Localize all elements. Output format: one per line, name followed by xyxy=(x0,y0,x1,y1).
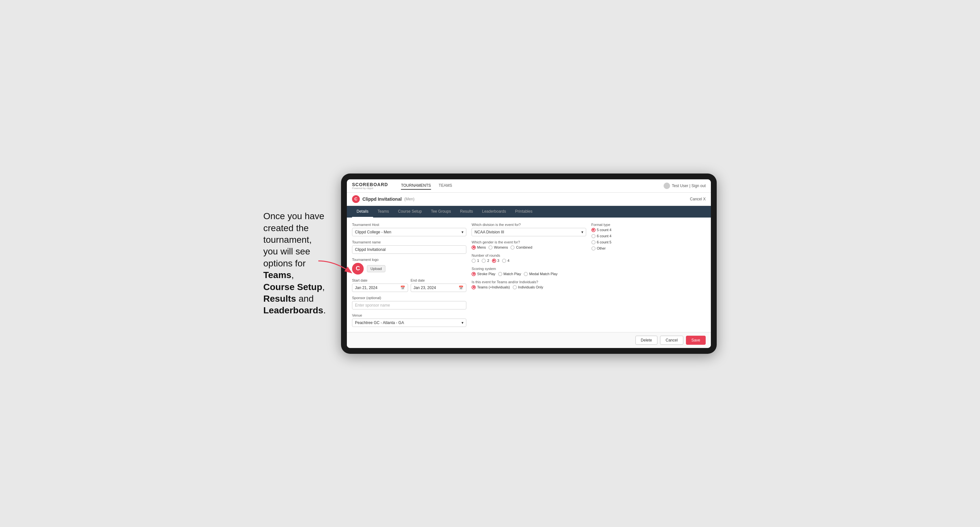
gender-label: Which gender is the event for? xyxy=(471,240,586,244)
nav-tournaments[interactable]: TOURNAMENTS xyxy=(401,182,431,190)
device-frame: SCOREBOARD Powered by clippd TOURNAMENTS… xyxy=(341,173,717,354)
scoring-field: Scoring system Stroke Play Match Play xyxy=(471,267,586,276)
format-other-radio[interactable] xyxy=(591,246,596,251)
end-date-input[interactable]: Jan 23, 2024 📅 xyxy=(410,284,467,292)
col-left: Tournament Host Clippd College - Men ▾ T… xyxy=(352,223,466,327)
format-type-field: Format type 5 count 4 6 count 4 xyxy=(591,223,706,251)
tab-teams[interactable]: Teams xyxy=(373,206,393,217)
division-field: Which division is the event for? NCAA Di… xyxy=(471,223,586,236)
tournament-logo-label: Tournament logo xyxy=(352,258,466,262)
rounds-field: Number of rounds 1 2 xyxy=(471,254,586,263)
format-other[interactable]: Other xyxy=(591,246,706,251)
tournament-header: C Clippd Invitational (Men) Cancel X xyxy=(347,193,711,206)
scoring-label: Scoring system xyxy=(471,267,586,271)
nav-links: TOURNAMENTS TEAMS xyxy=(401,182,452,190)
tab-bar: Details Teams Course Setup Tee Groups Re… xyxy=(347,206,711,217)
tournament-title-row: C Clippd Invitational (Men) xyxy=(352,195,415,203)
app-logo: SCOREBOARD Powered by clippd xyxy=(352,182,388,190)
scoring-stroke[interactable]: Stroke Play xyxy=(471,272,495,276)
gender-options: Mens Womens Combined xyxy=(471,245,586,249)
format-5count4[interactable]: 5 count 4 xyxy=(591,228,706,232)
scoring-stroke-radio[interactable] xyxy=(471,272,476,276)
tournament-logo-field: Tournament logo C Upload xyxy=(352,258,466,275)
teams-plus-radio[interactable] xyxy=(471,285,476,289)
annotation-arrow xyxy=(315,258,354,277)
venue-label: Venue xyxy=(352,313,466,317)
start-date-field: Start date Jan 21, 2024 📅 xyxy=(352,278,408,292)
gender-womens-radio[interactable] xyxy=(488,245,493,249)
division-label: Which division is the event for? xyxy=(471,223,586,227)
tab-tee-groups[interactable]: Tee Groups xyxy=(426,206,455,217)
gender-combined-radio[interactable] xyxy=(511,245,515,249)
tournament-host-input[interactable]: Clippd College - Men ▾ xyxy=(352,228,466,236)
teams-individuals-field: Is this event for Teams and/or Individua… xyxy=(471,280,586,289)
format-type-options: 5 count 4 6 count 4 6 count 5 xyxy=(591,228,706,251)
individuals-only[interactable]: Individuals Only xyxy=(513,285,543,289)
format-6count4[interactable]: 6 count 4 xyxy=(591,234,706,238)
delete-button[interactable]: Delete xyxy=(635,336,658,345)
tournament-name-label: Tournament name xyxy=(352,240,466,244)
tournament-type: (Men) xyxy=(404,197,414,202)
end-date-label: End date xyxy=(410,278,467,282)
teams-individuals-label: Is this event for Teams and/or Individua… xyxy=(471,280,586,284)
rounds-3-radio[interactable] xyxy=(492,259,496,263)
top-navigation: SCOREBOARD Powered by clippd TOURNAMENTS… xyxy=(347,179,711,193)
format-6count5-radio[interactable] xyxy=(591,240,596,244)
date-row: Start date Jan 21, 2024 📅 End date Jan 2… xyxy=(352,278,466,292)
tab-leaderboards[interactable]: Leaderboards xyxy=(477,206,511,217)
user-avatar xyxy=(663,183,670,189)
individuals-only-radio[interactable] xyxy=(513,285,517,289)
gender-combined[interactable]: Combined xyxy=(511,245,532,249)
form-content: Tournament Host Clippd College - Men ▾ T… xyxy=(347,217,711,332)
gender-field: Which gender is the event for? Mens Wome… xyxy=(471,240,586,249)
format-6count4-radio[interactable] xyxy=(591,234,596,238)
gender-womens[interactable]: Womens xyxy=(488,245,508,249)
rounds-3[interactable]: 3 xyxy=(492,259,500,263)
rounds-4[interactable]: 4 xyxy=(502,259,509,263)
tournament-logo-small: C xyxy=(352,195,360,203)
tournament-host-label: Tournament Host xyxy=(352,223,466,227)
tab-details[interactable]: Details xyxy=(352,206,373,217)
rounds-4-radio[interactable] xyxy=(502,259,506,263)
tournament-host-field: Tournament Host Clippd College - Men ▾ xyxy=(352,223,466,236)
gender-mens-radio[interactable] xyxy=(471,245,476,249)
nav-teams[interactable]: TEAMS xyxy=(439,182,452,190)
cancel-button-top[interactable]: Cancel X xyxy=(690,197,706,202)
rounds-2-radio[interactable] xyxy=(482,259,486,263)
cancel-button[interactable]: Cancel xyxy=(660,336,683,345)
start-date-input[interactable]: Jan 21, 2024 📅 xyxy=(352,284,408,292)
rounds-2[interactable]: 2 xyxy=(482,259,489,263)
footer-bar: Delete Cancel Save xyxy=(347,332,711,348)
scoring-match[interactable]: Match Play xyxy=(498,272,521,276)
venue-input[interactable]: Peachtree GC - Atlanta - GA ▾ xyxy=(352,319,466,327)
rounds-options: 1 2 3 xyxy=(471,259,586,263)
scoring-medal-match[interactable]: Medal Match Play xyxy=(524,272,557,276)
tab-printables[interactable]: Printables xyxy=(511,206,537,217)
sponsor-input[interactable]: Enter sponsor name xyxy=(352,301,466,310)
user-sign-out[interactable]: Test User | Sign out xyxy=(672,184,706,188)
format-6count5[interactable]: 6 count 5 xyxy=(591,240,706,244)
rounds-label: Number of rounds xyxy=(471,254,586,257)
upload-button[interactable]: Upload xyxy=(367,265,385,272)
tournament-name-input[interactable]: Clippd Invitational xyxy=(352,245,466,254)
col-middle: Which division is the event for? NCAA Di… xyxy=(471,223,586,327)
device-screen: SCOREBOARD Powered by clippd TOURNAMENTS… xyxy=(347,179,711,348)
logo-sub: Powered by clippd xyxy=(352,187,388,190)
tab-course-setup[interactable]: Course Setup xyxy=(393,206,426,217)
scoring-options: Stroke Play Match Play Medal Match Play xyxy=(471,272,586,276)
division-input[interactable]: NCAA Division III ▾ xyxy=(471,228,586,236)
rounds-1-radio[interactable] xyxy=(471,259,476,263)
gender-mens[interactable]: Mens xyxy=(471,245,486,249)
sponsor-field: Sponsor (optional) Enter sponsor name xyxy=(352,296,466,310)
teams-plus-individuals[interactable]: Teams (+Individuals) xyxy=(471,285,510,289)
tab-results[interactable]: Results xyxy=(455,206,477,217)
save-button[interactable]: Save xyxy=(686,336,706,345)
venue-field: Venue Peachtree GC - Atlanta - GA ▾ xyxy=(352,313,466,327)
scoring-match-radio[interactable] xyxy=(498,272,502,276)
col-right: Format type 5 count 4 6 count 4 xyxy=(591,223,706,327)
rounds-1[interactable]: 1 xyxy=(471,259,479,263)
format-5count4-radio[interactable] xyxy=(591,228,596,232)
teams-individuals-options: Teams (+Individuals) Individuals Only xyxy=(471,285,586,289)
logo-upload-area: C Upload xyxy=(352,263,466,275)
scoring-medal-radio[interactable] xyxy=(524,272,528,276)
